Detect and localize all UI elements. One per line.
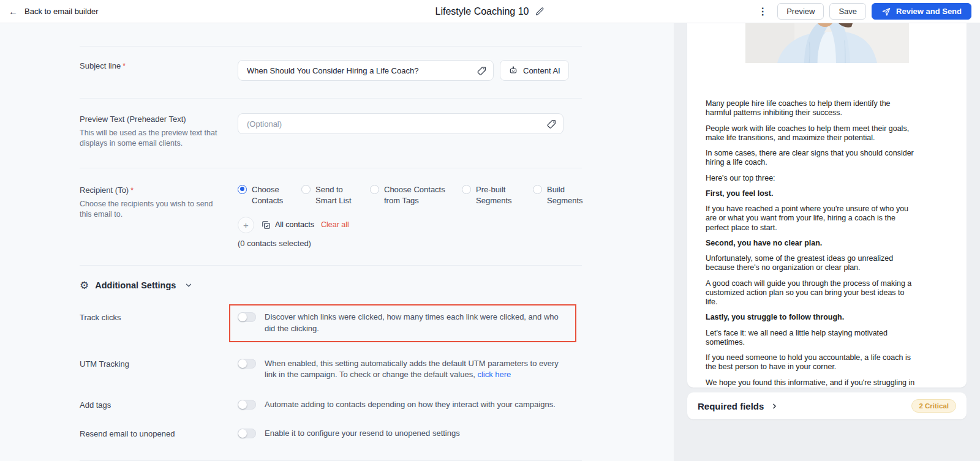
resend-unopened-row: Resend email to unopened Enable it to co… — [80, 428, 582, 440]
robot-icon — [508, 66, 518, 75]
email-paragraph-bold: Second, you have no clear plan. — [706, 239, 916, 248]
subject-line-section: Subject line* Content AI — [80, 47, 582, 98]
add-recipient-plus-button[interactable]: + — [238, 217, 254, 233]
radio-icon — [533, 185, 542, 194]
email-hero-image — [745, 23, 909, 63]
email-paragraph: Unfortunately, some of the greatest idea… — [706, 254, 916, 273]
required-asterisk: * — [123, 62, 126, 70]
review-and-send-button[interactable]: Review and Send — [872, 3, 971, 20]
subject-input-wrap — [238, 60, 494, 81]
radio-build-segments[interactable]: Build Segments — [533, 184, 587, 206]
save-button[interactable]: Save — [829, 3, 866, 20]
radio-choose-contacts[interactable]: Choose Contacts — [238, 184, 287, 206]
email-paragraph-bold: Lastly, you struggle to follow through. — [706, 313, 916, 322]
email-paragraph: If you need someone to hold you accounta… — [706, 353, 916, 372]
required-fields-label: Required fields — [698, 401, 764, 411]
more-options-kebab-icon[interactable]: ⋮ — [753, 6, 772, 17]
email-paragraph: In some cases, there are clear signs tha… — [706, 149, 916, 168]
edit-title-pencil-icon[interactable] — [535, 7, 545, 17]
preview-button[interactable]: Preview — [777, 3, 824, 20]
content-ai-button[interactable]: Content AI — [500, 60, 569, 81]
utm-tracking-row: UTM Tracking When enabled, this setting … — [80, 358, 582, 381]
topbar-actions: ⋮ Preview Save Review and Send — [753, 3, 971, 20]
all-contacts-chip[interactable]: All contacts — [261, 220, 314, 230]
utm-description-text: When enabled, this setting automatically… — [265, 359, 559, 380]
email-paragraph: A good coach will guide you through the … — [706, 279, 916, 307]
track-clicks-description: Discover which links were clicked, how m… — [265, 312, 568, 335]
radio-icon — [301, 185, 311, 194]
add-tags-label: Add tags — [80, 400, 111, 410]
email-paragraph: We hope you found this informative, and … — [706, 378, 916, 388]
preheader-section: Preview Text (Preheader Text) This will … — [80, 99, 582, 168]
subject-label-col: Subject line* — [80, 60, 238, 71]
recipient-description: Choose the recipients you wish to send t… — [80, 199, 225, 220]
merge-tag-icon[interactable] — [477, 66, 487, 76]
email-paragraph: Here's our top three: — [706, 174, 916, 183]
preheader-input-wrap — [238, 113, 564, 134]
preheader-description: This will be used as the preview text th… — [80, 128, 225, 149]
additional-settings-title: Additional Settings — [95, 280, 176, 290]
subject-line-input[interactable] — [246, 66, 477, 76]
contacts-selected-count: (0 contacts selected) — [238, 239, 587, 248]
click-here-link[interactable]: click here — [477, 370, 511, 379]
add-tags-row: Add tags Automate adding to contacts dep… — [80, 399, 582, 411]
utm-tracking-description: When enabled, this setting automatically… — [265, 358, 571, 381]
gear-icon: ⚙ — [80, 280, 89, 291]
contacts-row: + All contacts Clear all — [238, 217, 587, 233]
all-contacts-label: All contacts — [275, 220, 314, 229]
back-to-email-builder-button[interactable]: ← Back to email builder — [9, 7, 99, 16]
track-clicks-row: Track clicks Discover which links were c… — [80, 312, 582, 342]
add-tags-description: Automate adding to contacts depending on… — [265, 399, 556, 411]
preheader-label: Preview Text (Preheader Text) — [80, 114, 186, 124]
critical-count-badge: 2 Critical — [911, 399, 956, 413]
additional-settings-section: ⚙ Additional Settings Track clicks Disco… — [80, 266, 582, 461]
topbar: ← Back to email builder Lifestyle Coachi… — [0, 0, 980, 23]
utm-tracking-label: UTM Tracking — [80, 359, 129, 369]
content-ai-label: Content AI — [523, 66, 560, 75]
required-fields-card[interactable]: Required fields 2 Critical — [687, 392, 967, 419]
chevron-down-icon — [184, 281, 193, 290]
email-paragraph: People work with life coaches to help th… — [706, 124, 916, 143]
recipient-section: Recipient (To)* Choose the recipients yo… — [80, 168, 582, 265]
email-body-text: Many people hire life coaches to help th… — [706, 99, 916, 388]
email-preview-panel: Many people hire life coaches to help th… — [674, 23, 980, 461]
add-tags-toggle[interactable] — [238, 400, 256, 410]
radio-pre-built-segments[interactable]: Pre-built Segments — [462, 184, 519, 206]
radio-choose-contacts-from-tags[interactable]: Choose Contacts from Tags — [370, 184, 448, 206]
title-wrap: Lifestyle Coaching 10 — [435, 6, 545, 17]
email-paragraph: If you have reached a point where you're… — [706, 204, 916, 233]
email-preview-card: Many people hire life coaches to help th… — [687, 23, 967, 388]
utm-tracking-toggle[interactable] — [238, 359, 256, 369]
radio-icon — [370, 185, 379, 194]
clear-all-link[interactable]: Clear all — [321, 220, 349, 229]
recipient-radio-group: Choose Contacts Send to Smart List Choos… — [238, 184, 587, 206]
email-paragraph: Many people hire life coaches to help th… — [706, 99, 916, 118]
radio-send-to-smart-list[interactable]: Send to Smart List — [301, 184, 356, 206]
email-paragraph: Let's face it: we all need a little help… — [706, 329, 916, 348]
resend-unopened-description: Enable it to configure your resend to un… — [265, 428, 460, 440]
track-clicks-highlight-box: Discover which links were clicked, how m… — [229, 304, 576, 342]
page-title: Lifestyle Coaching 10 — [435, 6, 529, 17]
subject-line-label: Subject line — [80, 61, 121, 70]
required-asterisk: * — [130, 186, 134, 195]
back-arrow-icon: ← — [9, 7, 18, 16]
email-paragraph-bold: First, you feel lost. — [706, 189, 916, 198]
radio-icon — [462, 185, 471, 194]
resend-unopened-toggle[interactable] — [238, 429, 256, 438]
main-area: Subject line* Content AI Previ — [0, 23, 980, 461]
track-clicks-label: Track clicks — [80, 313, 121, 322]
track-clicks-toggle[interactable] — [238, 312, 256, 322]
campaign-settings-form: Subject line* Content AI Previ — [0, 23, 674, 461]
back-label: Back to email builder — [24, 7, 99, 16]
merge-tag-icon[interactable] — [546, 119, 557, 129]
additional-settings-header[interactable]: ⚙ Additional Settings — [80, 280, 582, 291]
review-and-send-label: Review and Send — [896, 7, 962, 16]
contacts-check-icon — [261, 220, 271, 230]
resend-unopened-label: Resend email to unopened — [80, 429, 175, 438]
send-icon — [881, 7, 891, 17]
preheader-input[interactable] — [246, 119, 546, 129]
chevron-right-icon — [771, 402, 778, 410]
recipient-label: Recipient (To) — [80, 186, 129, 195]
radio-selected-icon — [238, 185, 247, 194]
